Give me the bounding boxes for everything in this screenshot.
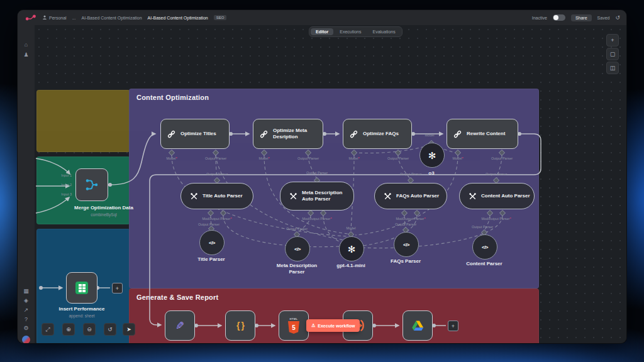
node-faqs-parser[interactable]: </> (394, 232, 419, 257)
node-optimize-faqs[interactable]: Optimize FAQs (343, 119, 412, 149)
node-google-drive[interactable] (402, 310, 433, 341)
port-label-input1: Input 1 (61, 173, 72, 177)
port-label-mod-output-parser: ModOutput Parser* (202, 217, 231, 221)
braces-icon: { } (236, 321, 244, 331)
link-icon (257, 127, 270, 140)
workspace-switcher[interactable]: Personal (42, 15, 67, 20)
sheets-subtitle: append: sheet (59, 314, 105, 319)
node-label: Optimize Meta Desription (273, 128, 312, 140)
port-label-model: Model* (348, 156, 359, 160)
workspace-label: Personal (49, 16, 67, 20)
html-word: HTML (289, 317, 297, 321)
execute-workflow-button[interactable]: ⚠ Execute workflow (306, 319, 360, 332)
link-icon (347, 127, 360, 140)
node-meta-description-auto-parser[interactable]: Meta Description Auto Parser (280, 182, 354, 211)
code-icon: </> (482, 244, 488, 250)
zoom-in-button[interactable]: ⊕ (62, 323, 75, 336)
port-label-mod-output-parser: ModOutput Parser* (481, 217, 511, 221)
active-toggle[interactable] (553, 14, 565, 21)
openai-icon: ✻ (428, 151, 436, 160)
desktop-background: { "topbar": { "workspace": "Personal", "… (0, 0, 644, 362)
merge-icon (84, 177, 99, 192)
code-icon: </> (403, 242, 409, 248)
port-label-output-parser: Output Parser (387, 156, 409, 160)
app-window: Personal ... AI-Based Content Optimizati… (18, 10, 626, 343)
node-label: Optimize Titles (180, 131, 216, 137)
code-icon: </> (209, 240, 215, 246)
node-label: Title Parser (197, 256, 225, 263)
tools-icon (384, 192, 392, 200)
port-label-output-parser: Output Parser (486, 172, 507, 176)
html5-icon: HTML 5 (288, 317, 299, 334)
output-dots[interactable] (39, 132, 521, 327)
workflow-title-tab[interactable]: AI-Based Content Optimization (148, 16, 208, 20)
templates-icon[interactable]: ▦ (18, 288, 35, 294)
port-label-mod-output-parser: ModOutput Parser* (396, 217, 425, 221)
node-insert-performance[interactable] (66, 272, 97, 304)
undo-button[interactable]: ↺ (104, 323, 116, 336)
tools-icon (469, 192, 477, 200)
node-faqs-auto-parser[interactable]: FAQs Auto Parser (374, 183, 447, 209)
tab-executions[interactable]: Executions (335, 28, 366, 35)
node-title-parser[interactable]: </> (199, 230, 225, 255)
node-label: gpt-4.1-mini (336, 263, 365, 269)
n8n-logo-icon[interactable] (25, 14, 36, 21)
node-gpt-41-mini[interactable]: ✻ (339, 236, 364, 261)
node-label: Insert Performance append: sheet (59, 306, 105, 318)
node-json-template[interactable]: { } (225, 310, 255, 341)
port-label-model: Model (425, 133, 435, 137)
google-sheets-icon (75, 282, 88, 294)
node-edit-fields[interactable]: ✎ (165, 310, 195, 341)
node-o3-model[interactable]: ✻ (419, 143, 445, 168)
port-label-output-parser: Output Parser (400, 172, 421, 176)
node-rewrite-content[interactable]: Rewrite Content (447, 119, 518, 149)
link-icon (451, 127, 464, 140)
node-content-parser[interactable]: </> (472, 234, 497, 260)
node-optimize-titles[interactable]: Optimize Titles (160, 119, 230, 149)
node-label: o3 (428, 170, 434, 177)
port-label-mod-output-parser: ModOutput Parser* (302, 217, 331, 221)
add-node-button[interactable]: + (112, 283, 123, 293)
add-sticky-note-button[interactable]: ▢ (606, 48, 619, 60)
home-icon[interactable]: ⌂ (18, 41, 35, 48)
tab-evaluations[interactable]: Evaluations (367, 28, 400, 35)
node-merge-optimization-data[interactable] (75, 168, 108, 201)
saved-button[interactable]: Saved (597, 16, 610, 20)
insights-icon[interactable]: ↗ (18, 307, 35, 313)
port-label-output-parser: Output Parser (206, 172, 228, 176)
user-rail-icon[interactable]: ♟ (18, 52, 35, 58)
zoom-out-button[interactable]: ⊖ (83, 323, 96, 336)
help-icon[interactable]: ? (18, 316, 35, 322)
tidy-layout-button[interactable]: ◫ (606, 62, 619, 74)
node-label: Title Auto Parser (203, 193, 243, 199)
tab-editor[interactable]: Editor (311, 28, 333, 35)
node-title-auto-parser[interactable]: Title Auto Parser (180, 183, 253, 209)
breadcrumb[interactable]: AI-Based Content Optimization (81, 16, 142, 20)
node-optimize-meta-description[interactable]: Optimize Meta Desription (253, 119, 323, 149)
node-html[interactable]: HTML 5 (279, 310, 309, 341)
variables-icon[interactable]: ◈ (18, 297, 35, 304)
share-button[interactable]: Share (571, 14, 592, 21)
settings-icon[interactable]: ⚙ (18, 325, 35, 331)
add-node-button[interactable]: + (448, 321, 458, 331)
pointer-mode-button[interactable]: ➤ (123, 323, 135, 336)
port-label-output-parser: Output Parser (491, 156, 513, 160)
breadcrumb-ellipsis[interactable]: ... (72, 16, 76, 20)
node-content-auto-parser[interactable]: Content Auto Parser (459, 183, 535, 209)
port-label-output-parser: Output Parser (297, 156, 319, 160)
port-label-output-parser: Output Parser (198, 222, 219, 226)
status-label: Inactive (532, 16, 547, 20)
port-label-output-parser: Output Parser (395, 222, 416, 226)
node-meta-description-parser[interactable]: </> (285, 236, 310, 261)
node-label: Content Parser (466, 261, 502, 267)
fit-view-button[interactable]: ⤢ (42, 323, 54, 336)
workflow-tag-badge[interactable]: SEO (214, 15, 227, 20)
node-label: Optimize FAQs (363, 131, 399, 137)
code-icon: </> (294, 246, 301, 252)
node-label: Rewrite Content (467, 131, 505, 137)
workflow-canvas[interactable]: Content Optimization Generate & Save Rep… (35, 25, 626, 343)
port-label-input2: Input 2 (61, 183, 72, 187)
history-icon[interactable]: ↺ (615, 14, 620, 21)
add-node-panel-button[interactable]: + (606, 34, 619, 47)
avatar[interactable] (22, 336, 30, 343)
